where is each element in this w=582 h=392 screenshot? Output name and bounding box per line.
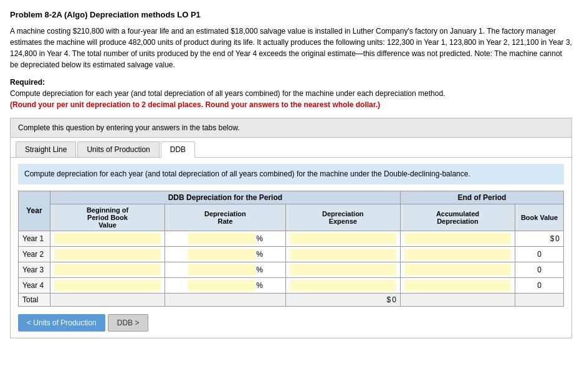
year-3-expense-input[interactable] [290, 264, 396, 275]
table-row: Year 2 % 0 [19, 246, 564, 262]
col-header-accum: AccumulatedDepreciation [400, 204, 515, 231]
year-1-expense[interactable] [285, 231, 400, 246]
total-end-book [515, 293, 564, 306]
year-1-end-book-value: 0 [555, 234, 560, 243]
year-4-accum[interactable] [400, 277, 515, 293]
tab-ddb[interactable]: DDB [161, 141, 195, 158]
year-3-pct-symbol: % [256, 265, 263, 274]
year-4-expense[interactable] [285, 277, 400, 293]
year-3-expense[interactable] [285, 262, 400, 277]
complete-instruction: Complete this question by entering your … [10, 118, 572, 138]
col-header-rate: DepreciationRate [165, 204, 286, 231]
total-rate [165, 293, 286, 306]
year-1-rate[interactable]: % [165, 231, 286, 246]
year-1-end-book: $ 0 [515, 231, 564, 246]
year-3-label: Year 3 [19, 262, 50, 277]
year-2-expense-input[interactable] [290, 249, 396, 260]
year-2-accum[interactable] [400, 246, 515, 262]
year-2-rate-input[interactable] [188, 249, 255, 260]
year-4-book-value[interactable] [50, 277, 165, 293]
tab-units-of-production[interactable]: Units of Production [77, 141, 159, 157]
total-expense-value: 0 [392, 295, 396, 304]
year-1-book-value-input[interactable] [54, 233, 161, 244]
year-2-book-value[interactable] [50, 246, 165, 262]
total-label: Total [19, 293, 50, 306]
tab-straight-line[interactable]: Straight Line [16, 141, 76, 157]
year-4-end-book: 0 [515, 277, 564, 293]
col-header-year: Year [19, 191, 50, 231]
tabs-container: Straight Line Units of Production DDB Co… [10, 138, 572, 338]
col-header-expense: DepreciationExpense [285, 204, 400, 231]
year-3-accum[interactable] [400, 262, 515, 277]
tab-ddb-content: Compute depreciation for each year (and … [11, 158, 571, 338]
blue-instruction: Compute depreciation for each year (and … [18, 164, 564, 184]
required-label: Required: [10, 78, 572, 87]
year-1-dollar: $ [550, 234, 555, 243]
total-expense: $ 0 [285, 293, 400, 306]
year-4-label: Year 4 [19, 277, 50, 293]
year-4-end-book-value: 0 [537, 281, 541, 290]
year-3-rate-input[interactable] [188, 264, 255, 275]
year-3-end-book-value: 0 [537, 265, 541, 274]
year-2-book-value-input[interactable] [54, 249, 161, 260]
year-4-rate[interactable]: % [165, 277, 286, 293]
table-row-total: Total $ 0 [19, 293, 564, 306]
year-3-accum-input[interactable] [404, 264, 511, 275]
prev-button[interactable]: < Units of Production [18, 314, 105, 332]
year-4-pct-symbol: % [256, 281, 263, 290]
year-1-rate-input[interactable] [188, 233, 255, 244]
year-1-label: Year 1 [19, 231, 50, 246]
required-text: Compute depreciation for each year (and … [10, 89, 572, 98]
year-4-rate-input[interactable] [188, 280, 255, 291]
table-row: Year 4 % 0 [19, 277, 564, 293]
next-button[interactable]: DDB > [108, 314, 149, 332]
year-2-pct-symbol: % [256, 250, 263, 259]
year-2-expense[interactable] [285, 246, 400, 262]
required-bold: (Round your per unit depreciation to 2 d… [10, 100, 572, 109]
year-4-accum-input[interactable] [404, 280, 511, 291]
year-3-book-value[interactable] [50, 262, 165, 277]
problem-description: A machine costing $210,800 with a four-y… [10, 26, 572, 70]
col-header-end-book: Book Value [515, 204, 564, 231]
year-2-accum-input[interactable] [404, 249, 511, 260]
total-dollar: $ [386, 295, 391, 304]
year-3-book-value-input[interactable] [54, 264, 161, 275]
year-3-end-book: 0 [515, 262, 564, 277]
problem-title: Problem 8-2A (Algo) Depreciation methods… [10, 10, 572, 19]
year-2-end-book: 0 [515, 246, 564, 262]
year-3-rate[interactable]: % [165, 262, 286, 277]
col-header-end: End of Period [400, 191, 563, 204]
year-1-book-value[interactable] [50, 231, 165, 246]
year-2-rate[interactable]: % [165, 246, 286, 262]
year-2-label: Year 2 [19, 246, 50, 262]
nav-buttons: < Units of Production DDB > [18, 314, 564, 332]
year-4-expense-input[interactable] [290, 280, 396, 291]
ddb-table: Year DDB Depreciation for the Period End… [18, 191, 564, 307]
total-book-value [50, 293, 165, 306]
col-header-period: DDB Depreciation for the Period [50, 191, 400, 204]
total-accum [400, 293, 515, 306]
year-1-accum[interactable] [400, 231, 515, 246]
table-row: Year 3 % 0 [19, 262, 564, 277]
year-1-expense-input[interactable] [290, 233, 396, 244]
year-1-pct-symbol: % [256, 234, 263, 243]
year-2-end-book-value: 0 [537, 250, 541, 259]
tabs-row: Straight Line Units of Production DDB [11, 138, 571, 158]
year-1-accum-input[interactable] [404, 233, 511, 244]
table-row: Year 1 % $ 0 [19, 231, 564, 246]
col-header-book-value: Beginning ofPeriod BookValue [50, 204, 165, 231]
year-4-book-value-input[interactable] [54, 280, 161, 291]
